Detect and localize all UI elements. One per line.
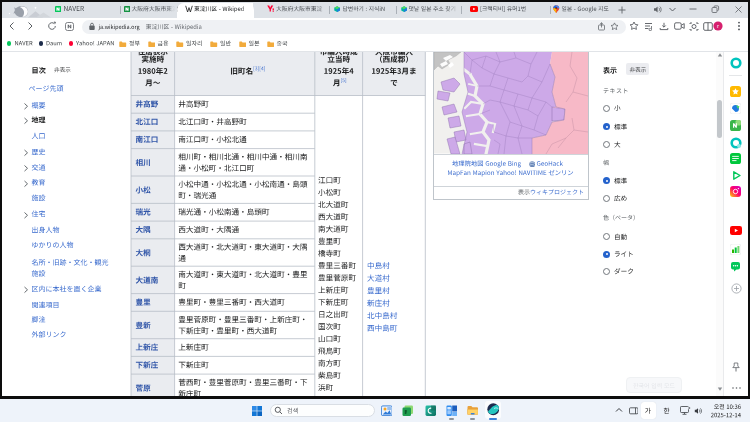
svg-text:r: r (717, 23, 719, 29)
